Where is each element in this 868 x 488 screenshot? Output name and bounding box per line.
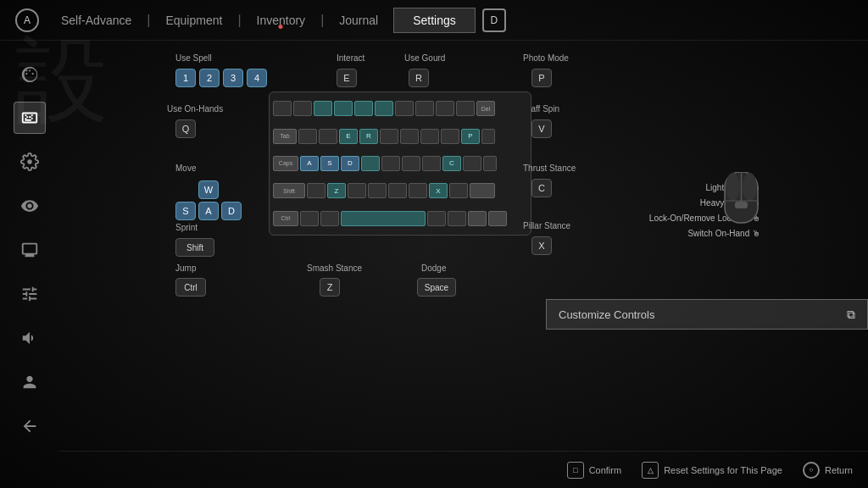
sidebar-display[interactable] bbox=[14, 234, 46, 266]
confirm-btn-icon: □ bbox=[567, 462, 584, 479]
nav-journal[interactable]: Journal bbox=[324, 14, 393, 27]
nav-equipment[interactable]: Equipment bbox=[150, 14, 237, 27]
d-button[interactable]: D bbox=[482, 8, 506, 32]
inventory-dot bbox=[279, 25, 283, 29]
label-use-spell: Use Spell bbox=[175, 53, 212, 63]
label-photo-mode: Photo Mode bbox=[523, 53, 569, 63]
key-smash[interactable]: Z bbox=[320, 278, 340, 297]
sidebar-visibility[interactable] bbox=[14, 190, 46, 222]
top-nav: A Self-Advance | Equipment | Inventory |… bbox=[0, 0, 868, 41]
confirm-action: □ Confirm bbox=[567, 462, 622, 479]
key-interact[interactable]: E bbox=[337, 69, 357, 87]
key-spell-3[interactable]: 3 bbox=[223, 69, 243, 87]
label-pillar-stance: Pillar Stance bbox=[523, 221, 570, 230]
confirm-label: Confirm bbox=[589, 465, 622, 475]
key-spell-1[interactable]: 1 bbox=[175, 69, 196, 87]
sidebar bbox=[0, 41, 59, 488]
sidebar-keyboard[interactable] bbox=[14, 102, 46, 134]
key-on-hands[interactable]: Q bbox=[175, 119, 196, 138]
return-action: ○ Return bbox=[803, 462, 853, 479]
key-pillar[interactable]: X bbox=[531, 236, 552, 255]
nav-self-advance[interactable]: Self-Advance bbox=[46, 14, 147, 27]
sidebar-graphics[interactable] bbox=[14, 146, 46, 178]
key-use-gourd[interactable]: R bbox=[409, 69, 429, 87]
bottom-bar: □ Confirm △ Reset Settings for This Page… bbox=[59, 451, 868, 488]
key-jump[interactable]: Ctrl bbox=[175, 278, 206, 297]
key-move-a[interactable]: A bbox=[198, 202, 219, 220]
sidebar-sound[interactable] bbox=[14, 322, 46, 354]
key-thrust[interactable]: C bbox=[531, 179, 552, 197]
reset-action: △ Reset Settings for This Page bbox=[642, 462, 782, 479]
a-button[interactable]: A bbox=[15, 8, 39, 32]
svg-rect-4 bbox=[726, 173, 740, 201]
key-spell-2[interactable]: 2 bbox=[199, 69, 220, 87]
customize-controls-label: Customize Controls bbox=[559, 308, 654, 321]
label-smash-stance: Smash Stance bbox=[307, 263, 362, 273]
key-spell-4[interactable]: 4 bbox=[247, 69, 267, 87]
sidebar-adjust[interactable] bbox=[14, 278, 46, 310]
sidebar-gamepad[interactable] bbox=[14, 58, 46, 90]
svg-point-0 bbox=[27, 159, 32, 164]
key-staff-spin[interactable]: V bbox=[531, 119, 552, 138]
return-btn-icon: ○ bbox=[803, 462, 820, 479]
main-content: Use Spell 1 2 3 4 Interact E Use Gourd R… bbox=[59, 41, 868, 450]
label-thrust-stance: Thrust Stance bbox=[523, 164, 576, 173]
nav-inventory[interactable]: Inventory bbox=[242, 14, 321, 27]
customize-controls-icon: ⧉ bbox=[847, 308, 855, 322]
svg-rect-5 bbox=[743, 173, 757, 201]
key-move-w[interactable]: W bbox=[198, 180, 219, 199]
label-move: Move bbox=[175, 164, 196, 173]
key-sprint[interactable]: Shift bbox=[175, 238, 214, 257]
mouse-diagram bbox=[718, 172, 765, 252]
nav-settings[interactable]: Settings bbox=[393, 8, 476, 33]
label-interact: Interact bbox=[337, 53, 364, 63]
key-move-d[interactable]: D bbox=[221, 202, 242, 220]
label-use-gourd: Use Gourd bbox=[404, 53, 445, 63]
label-sprint: Sprint bbox=[175, 223, 198, 232]
customize-controls-button[interactable]: Customize Controls ⧉ bbox=[546, 299, 868, 330]
sidebar-return[interactable] bbox=[14, 410, 46, 442]
label-jump: Jump bbox=[175, 263, 196, 273]
reset-label: Reset Settings for This Page bbox=[664, 465, 782, 475]
key-move-s[interactable]: S bbox=[175, 202, 196, 220]
label-dodge: Dodge bbox=[421, 263, 446, 273]
reset-btn-icon: △ bbox=[642, 462, 659, 479]
key-dodge[interactable]: Space bbox=[417, 278, 456, 297]
key-photo[interactable]: P bbox=[531, 69, 552, 87]
label-use-on-hands: Use On-Hands bbox=[167, 104, 223, 114]
sidebar-character[interactable] bbox=[14, 366, 46, 398]
return-label: Return bbox=[825, 465, 853, 475]
svg-rect-3 bbox=[735, 202, 748, 208]
